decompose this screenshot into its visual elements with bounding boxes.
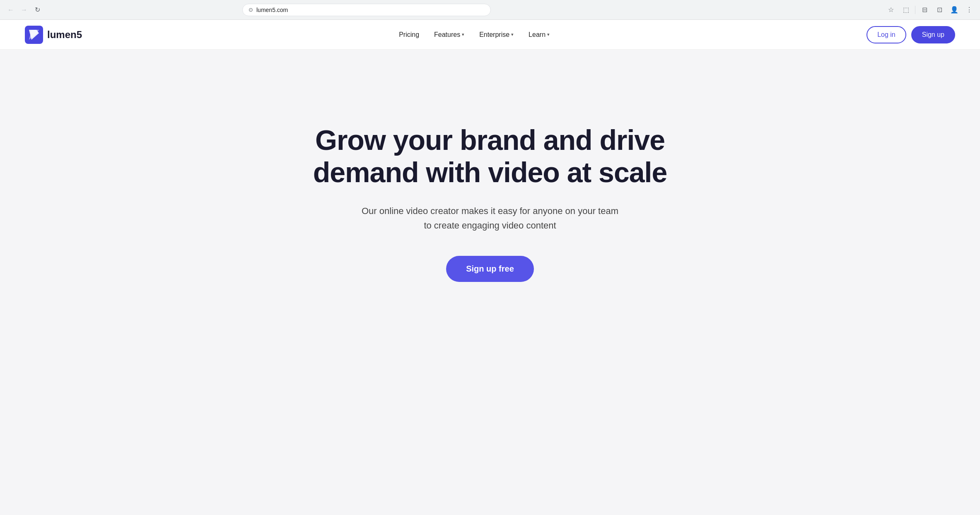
chevron-down-icon: ▾ — [462, 32, 464, 37]
logo-icon — [25, 26, 43, 44]
forward-button[interactable]: → — [18, 4, 30, 16]
logo-text: lumen5 — [47, 29, 82, 41]
nav-link-learn[interactable]: Learn ▾ — [529, 31, 550, 39]
url-display: lumen5.com — [256, 7, 485, 13]
browser-nav-buttons: ← → ↻ — [5, 4, 43, 16]
bookmark-button[interactable]: ☆ — [885, 4, 897, 16]
nav-link-features[interactable]: Features ▾ — [434, 31, 464, 39]
profile-button[interactable]: 👤 — [949, 4, 960, 16]
divider — [915, 6, 915, 14]
hero-subtitle: Our online video creator makes it easy f… — [357, 204, 623, 233]
menu-button[interactable]: ⋮ — [963, 4, 975, 16]
signup-button[interactable]: Sign up — [911, 26, 955, 43]
reload-button[interactable]: ↻ — [31, 4, 43, 16]
security-icon: ⊙ — [249, 7, 253, 13]
hero-section: Grow your brand and drive demand with vi… — [0, 50, 980, 339]
nav-buttons: Log in Sign up — [867, 26, 955, 43]
chevron-down-icon: ▾ — [511, 32, 514, 37]
hero-title: Grow your brand and drive demand with vi… — [304, 124, 676, 188]
nav-link-enterprise[interactable]: Enterprise ▾ — [479, 31, 514, 39]
back-button[interactable]: ← — [5, 4, 17, 16]
sidebar-button[interactable]: ⊡ — [934, 4, 945, 16]
browser-actions: ☆ ⬚ ⊟ ⊡ 👤 ⋮ — [885, 4, 975, 16]
website: lumen5 Pricing Features ▾ Enterprise ▾ L… — [0, 20, 980, 515]
logo-link[interactable]: lumen5 — [25, 26, 82, 44]
nav-link-pricing[interactable]: Pricing — [399, 31, 419, 39]
address-bar[interactable]: ⊙ lumen5.com — [242, 4, 491, 16]
media-button[interactable]: ⊟ — [919, 4, 930, 16]
extension-button[interactable]: ⬚ — [900, 4, 912, 16]
chevron-down-icon: ▾ — [547, 32, 550, 37]
nav-links: Pricing Features ▾ Enterprise ▾ Learn ▾ — [399, 31, 550, 39]
navbar: lumen5 Pricing Features ▾ Enterprise ▾ L… — [0, 20, 980, 50]
browser-chrome: ← → ↻ ⊙ lumen5.com ☆ ⬚ ⊟ ⊡ 👤 ⋮ — [0, 0, 980, 20]
cta-button[interactable]: Sign up free — [446, 256, 534, 282]
login-button[interactable]: Log in — [867, 26, 906, 43]
